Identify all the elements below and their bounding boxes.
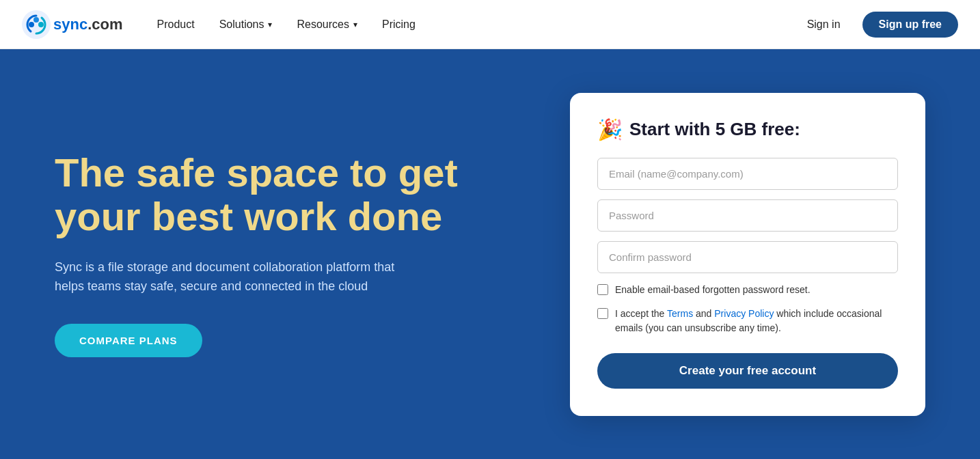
nav-solutions[interactable]: Solutions ▾ xyxy=(210,13,282,36)
nav-product[interactable]: Product xyxy=(148,13,204,36)
forgotten-password-row: Enable email-based forgotten password re… xyxy=(597,283,898,297)
terms-label-text: I accept the Terms and Privacy Policy wh… xyxy=(615,307,898,335)
forgotten-password-label: Enable email-based forgotten password re… xyxy=(615,283,811,297)
hero-title: The safe space to get your best work don… xyxy=(55,151,529,238)
resources-chevron-icon: ▾ xyxy=(353,20,357,29)
solutions-chevron-icon: ▾ xyxy=(268,20,272,29)
card-title: 🎉 Start with 5 GB free: xyxy=(597,117,898,141)
nav-links: Product Solutions ▾ Resources ▾ Pricing xyxy=(148,13,796,36)
navbar: sync.com Product Solutions ▾ Resources ▾… xyxy=(0,0,980,49)
terms-link[interactable]: Terms xyxy=(667,308,693,319)
privacy-policy-link[interactable]: Privacy Policy xyxy=(714,308,774,319)
email-input[interactable] xyxy=(597,158,898,190)
forgotten-password-checkbox[interactable] xyxy=(597,284,608,295)
confirm-password-input[interactable] xyxy=(597,241,898,273)
logo-text: sync.com xyxy=(53,16,123,33)
signup-panel: 🎉 Start with 5 GB free: Enable email-bas… xyxy=(570,93,925,416)
nav-resources[interactable]: Resources ▾ xyxy=(287,13,366,36)
sync-logo-icon xyxy=(22,10,51,39)
signup-card: 🎉 Start with 5 GB free: Enable email-bas… xyxy=(570,93,925,416)
svg-point-3 xyxy=(33,17,39,23)
terms-checkbox[interactable] xyxy=(597,308,608,319)
hero-section: The safe space to get your best work don… xyxy=(0,49,980,459)
party-icon: 🎉 xyxy=(597,117,623,141)
sign-in-button[interactable]: Sign in xyxy=(796,13,852,36)
nav-pricing[interactable]: Pricing xyxy=(372,13,425,36)
svg-point-2 xyxy=(38,22,44,27)
nav-right: Sign in Sign up free xyxy=(796,12,958,38)
logo[interactable]: sync.com xyxy=(22,10,123,39)
svg-point-0 xyxy=(22,10,51,39)
password-input[interactable] xyxy=(597,199,898,232)
compare-plans-button[interactable]: COMPARE PLANS xyxy=(55,324,202,357)
sign-up-button[interactable]: Sign up free xyxy=(862,12,958,38)
svg-point-1 xyxy=(29,22,34,27)
create-account-button[interactable]: Create your free account xyxy=(597,353,898,389)
hero-subtitle: Sync is a file storage and document coll… xyxy=(55,258,396,297)
terms-row: I accept the Terms and Privacy Policy wh… xyxy=(597,307,898,335)
hero-left: The safe space to get your best work don… xyxy=(55,151,529,357)
